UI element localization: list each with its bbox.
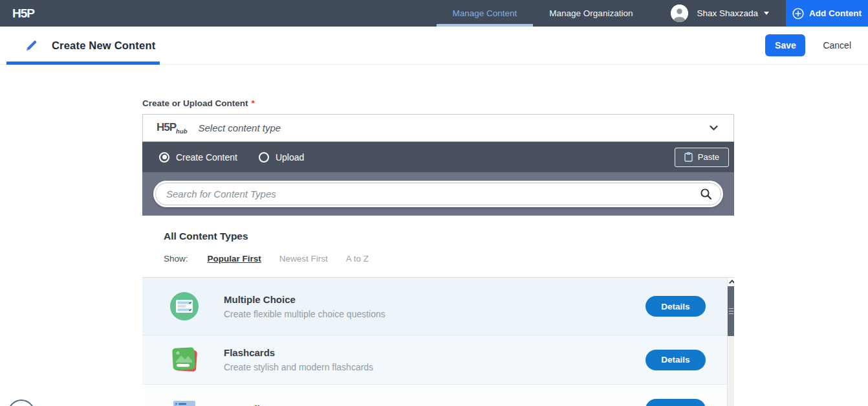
page-title: Create New Content [52,39,155,52]
tab-manage-content-label: Manage Content [453,8,517,18]
list-scrollbar[interactable] [727,278,734,406]
tab-manage-organization-label: Manage Organization [549,8,633,18]
cancel-button[interactable]: Cancel [823,40,851,51]
sort-a-to-z[interactable]: A to Z [346,254,369,264]
list-item-flashcards[interactable]: Flashcards Create stylish and modern fla… [142,335,734,385]
content-type-name: Flashcards [224,347,373,358]
top-navbar: H5P Manage Content Manage Organization S… [0,0,868,27]
nav-tabs: Manage Content Manage Organization [437,0,649,27]
chevron-down-icon [708,122,719,133]
content-type-list: Multiple Choice Create flexible multiple… [142,277,734,406]
header-actions: Save Cancel [765,34,868,56]
add-content-button[interactable]: Add Content [786,0,868,27]
mode-bar: Create Content Upload Paste [142,142,734,172]
tab-manage-content[interactable]: Manage Content [437,0,534,27]
pencil-icon [25,39,38,52]
details-button[interactable]: Details [646,399,706,406]
multiple-choice-icon [170,292,199,321]
show-label: Show: [164,254,188,264]
select-content-type-placeholder: Select content type [199,122,281,133]
scrollbar-thumb[interactable] [728,286,734,336]
chevron-down-icon [764,12,769,15]
save-button[interactable]: Save [765,34,805,56]
content-type-name: Accordion [224,403,272,406]
tab-manage-organization[interactable]: Manage Organization [533,0,649,27]
h5p-logo[interactable]: H5P [0,0,47,27]
sort-newest-first[interactable]: Newest First [279,254,328,264]
radio-upload-label: Upload [276,152,304,163]
content-type-description: Create stylish and modern flashcards [224,362,373,372]
list-item-text: Multiple Choice Create flexible multiple… [224,294,385,319]
details-button[interactable]: Details [646,350,706,370]
person-icon [671,5,688,22]
search-pill [153,181,723,207]
add-content-label: Add Content [809,8,862,18]
radio-upload[interactable]: Upload [259,152,304,163]
create-content-form: Create or Upload Content* H5Phub Select … [142,98,734,406]
scroll-up-icon[interactable] [728,278,734,286]
paste-label: Paste [698,152,719,162]
content-type-select[interactable]: H5Phub Select content type [142,114,734,142]
content-type-name: Multiple Choice [224,294,385,305]
radio-selected-icon [159,152,169,163]
list-item-multiple-choice[interactable]: Multiple Choice Create flexible multiple… [142,278,734,335]
clipboard-icon [684,152,693,162]
h5p-hub-logo-text: H5P [157,121,176,133]
chat-widget[interactable] [8,400,35,406]
paste-button[interactable]: Paste [675,148,729,167]
field-label-text: Create or Upload Content [142,98,248,108]
search-input[interactable] [166,188,700,199]
field-label: Create or Upload Content* [142,98,734,108]
radio-create-content[interactable]: Create Content [159,152,237,163]
page-header: Create New Content Save Cancel [0,27,868,65]
list-item-text: Accordion [224,403,272,406]
details-button[interactable]: Details [646,296,706,317]
radio-unselected-icon [259,152,269,163]
list-header: All Content Types Show: Popular First Ne… [142,216,734,277]
sort-popular-first[interactable]: Popular First [208,254,261,264]
required-marker: * [252,98,255,108]
list-item-accordion[interactable]: Accordion Details [142,385,734,406]
accordion-icon [170,395,199,406]
h5p-hub-logo: H5Phub [157,121,188,135]
username: Shax Shaxzada [697,8,758,18]
user-menu[interactable]: Shax Shaxzada [671,0,769,27]
all-content-types-title: All Content Types [164,231,734,242]
active-section-underline [6,62,160,65]
radio-create-content-label: Create Content [176,152,237,163]
search-section [142,172,734,216]
flashcards-icon [170,346,199,374]
content-type-description: Create flexible multiple choice question… [224,309,385,319]
list-item-text: Flashcards Create stylish and modern fla… [224,347,373,372]
scrollbar-grip [729,308,733,314]
h5p-hub-logo-sub: hub [176,128,187,135]
avatar [671,5,688,22]
plus-circle-icon [792,8,804,19]
search-icon[interactable] [700,188,712,200]
sort-row: Show: Popular First Newest First A to Z [164,254,734,264]
